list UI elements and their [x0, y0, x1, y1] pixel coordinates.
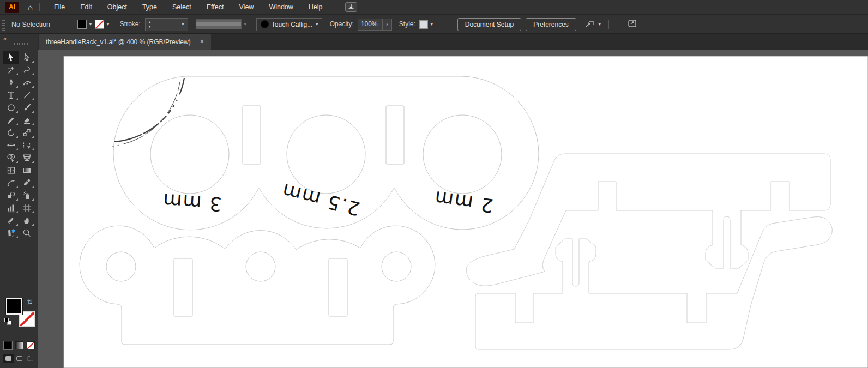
menu-items: FileEditObjectTypeSelectEffectViewWindow…	[46, 3, 330, 11]
divider	[608, 20, 609, 29]
selection-status: No Selection	[11, 21, 58, 28]
tools-grid	[0, 50, 38, 239]
share-document-icon[interactable]	[345, 2, 357, 12]
brush-definition-dropdown[interactable]: Touch Callig... ▼	[256, 18, 322, 31]
menu-bar: Ai ⌂ FileEditObjectTypeSelectEffectViewW…	[0, 0, 868, 15]
menu-item-effect[interactable]: Effect	[199, 3, 232, 11]
stepper-arrows[interactable]: ▲▼	[146, 19, 154, 31]
stroke-weight-stepper[interactable]: ▲▼ ▼	[145, 18, 188, 31]
tool-symbol-sprayer[interactable]	[19, 189, 35, 202]
control-bar: No Selection ▼ ▼ Stroke: ▲▼ ▼ ▼ Touch Ca…	[0, 15, 868, 34]
close-icon[interactable]: ✕	[200, 38, 204, 45]
menu-item-select[interactable]: Select	[165, 3, 199, 11]
tool-palette: ⇄ •••	[0, 50, 38, 368]
tool-selection[interactable]	[3, 51, 19, 64]
tool-column-graph[interactable]	[3, 202, 19, 214]
tool-pen[interactable]	[3, 76, 19, 89]
menu-item-window[interactable]: Window	[261, 3, 300, 11]
tool-curvature[interactable]	[19, 76, 35, 89]
menu-item-file[interactable]: File	[46, 3, 73, 11]
tool-eraser[interactable]	[19, 114, 35, 126]
tool-magic-wand[interactable]	[3, 64, 19, 76]
chevron-down-icon[interactable]: ▼	[106, 22, 110, 27]
tool-hand[interactable]	[19, 214, 35, 227]
illustrator-window: Ai ⌂ FileEditObjectTypeSelectEffectViewW…	[0, 0, 868, 368]
tool-rotate[interactable]	[3, 126, 19, 139]
tool-slice[interactable]	[3, 214, 19, 227]
gradient-button[interactable]	[15, 341, 23, 349]
tool-scale[interactable]	[19, 126, 35, 139]
drawing-modes-row	[0, 354, 38, 363]
illustrator-logo-icon[interactable]: Ai	[5, 2, 19, 13]
tool-paintbrush[interactable]	[19, 101, 35, 114]
stroke-weight-dropdown[interactable]: ▼	[178, 19, 188, 31]
tool-smooth[interactable]	[3, 177, 19, 189]
swap-fill-stroke-icon[interactable]: ⇄	[26, 299, 34, 305]
document-tab-title: threeHandleRack_v1.ai* @ 400 % (RGB/Prev…	[46, 38, 191, 46]
isolate-selection-icon[interactable]: ▼	[584, 20, 604, 29]
panel-grip-handle[interactable]	[2, 19, 5, 31]
stroke-color-swatch[interactable]	[95, 20, 104, 29]
preferences-button[interactable]: Preferences	[526, 18, 576, 31]
tool-type[interactable]	[3, 89, 19, 101]
opacity-input[interactable]: 100%	[358, 19, 383, 31]
brush-name: Touch Callig...	[272, 21, 312, 28]
tool-shape-builder[interactable]	[3, 152, 19, 164]
tool-artboard[interactable]	[19, 202, 35, 214]
color-mode-row	[0, 341, 38, 349]
chevron-down-icon[interactable]: ▼	[598, 22, 602, 27]
draw-normal-button[interactable]	[3, 354, 14, 363]
stroke-label[interactable]: Stroke:	[120, 20, 141, 28]
chevron-down-icon[interactable]: ▼	[88, 22, 93, 27]
menu-item-type[interactable]: Type	[135, 3, 165, 11]
toolbar-header: «	[0, 34, 38, 50]
label-3mm[interactable]: 3 mm	[161, 189, 222, 215]
home-icon[interactable]: ⌂	[28, 3, 33, 11]
canvas-svg: 3 mm 2.5 mm 2 mm	[38, 50, 868, 368]
tool-edit-toolbar[interactable]	[3, 227, 19, 239]
fill-proxy-swatch[interactable]	[6, 298, 22, 315]
color-button[interactable]	[4, 341, 12, 349]
fill-color-swatch[interactable]	[77, 20, 87, 29]
brush-preview-icon	[261, 21, 268, 28]
divider	[39, 3, 40, 11]
tool-perspective-grid[interactable]	[19, 152, 35, 164]
tool-ellipse[interactable]	[3, 101, 19, 114]
tool-gradient[interactable]	[19, 164, 35, 177]
document-tab[interactable]: threeHandleRack_v1.ai* @ 400 % (RGB/Prev…	[39, 34, 211, 50]
tool-shaper[interactable]	[3, 114, 19, 126]
stroke-weight-input[interactable]	[154, 19, 178, 31]
tool-zoom[interactable]	[19, 227, 35, 239]
width-profile-preview	[196, 19, 242, 29]
tool-direct-selection[interactable]	[19, 51, 35, 64]
toolbar-grip-handle[interactable]	[14, 43, 28, 45]
menu-item-edit[interactable]: Edit	[73, 3, 100, 11]
chevron-down-icon[interactable]: ▼	[430, 22, 434, 27]
default-fill-stroke-icon[interactable]	[4, 318, 11, 325]
tool-line-segment[interactable]	[19, 89, 35, 101]
collapse-panels-icon[interactable]: «	[3, 35, 7, 42]
opacity-options-button[interactable]: ›	[383, 19, 392, 31]
menu-item-help[interactable]: Help	[301, 3, 330, 11]
document-setup-button[interactable]: Document Setup	[457, 18, 521, 31]
canvas-area[interactable]: 3 mm 2.5 mm 2 mm	[38, 50, 868, 368]
opacity-label[interactable]: Opacity:	[330, 20, 354, 28]
draw-behind-button[interactable]	[14, 354, 25, 363]
tool-lasso[interactable]	[19, 64, 35, 76]
graphic-style-swatch[interactable]	[419, 20, 428, 29]
menu-item-object[interactable]: Object	[100, 3, 135, 11]
tool-width[interactable]	[3, 139, 19, 152]
tool-free-transform[interactable]	[19, 139, 35, 152]
style-label: Style:	[399, 20, 415, 28]
width-profile-dropdown: ▼	[196, 19, 250, 29]
tool-blend[interactable]	[3, 189, 19, 202]
none-button[interactable]	[27, 341, 35, 349]
chevron-down-icon[interactable]: ▼	[312, 19, 322, 31]
draw-inside-button[interactable]	[25, 354, 35, 363]
arrange-documents-icon[interactable]	[628, 19, 637, 30]
divider	[444, 20, 444, 29]
document-tab-bar: threeHandleRack_v1.ai* @ 400 % (RGB/Prev…	[38, 34, 868, 50]
tool-mesh[interactable]	[3, 164, 19, 177]
menu-item-view[interactable]: View	[232, 3, 262, 11]
tool-eyedropper[interactable]	[19, 177, 35, 189]
